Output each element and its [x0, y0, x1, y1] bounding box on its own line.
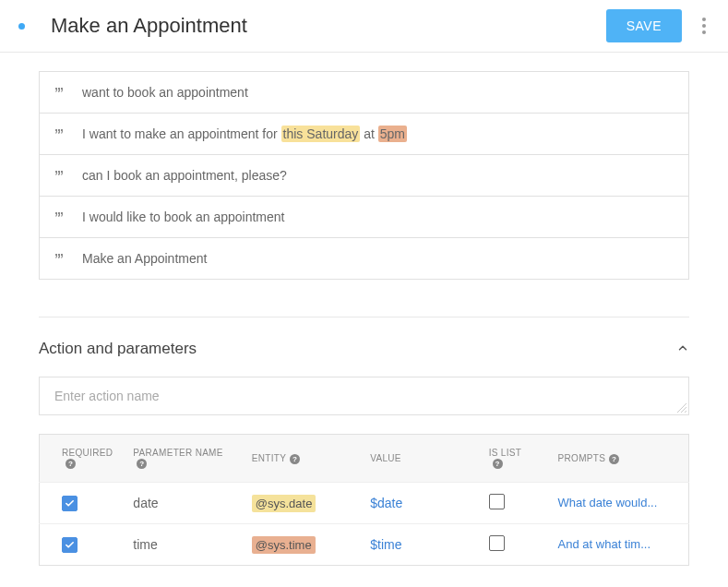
- action-name-field-wrap: [39, 377, 689, 415]
- parameter-row: date@sys.date$dateWhat date would...: [40, 483, 689, 524]
- help-icon[interactable]: ?: [493, 459, 503, 469]
- th-entity: ENTITY?: [245, 435, 363, 483]
- quote-icon: ””: [54, 168, 69, 183]
- phrase-text: Make an Appointment: [82, 251, 207, 266]
- training-phrase-row[interactable]: ””can I book an appointment, please?: [40, 155, 688, 197]
- training-phrase-row[interactable]: ””I would like to book an appointment: [40, 197, 688, 238]
- save-button[interactable]: SAVE: [606, 9, 682, 42]
- th-parameter-name: PARAMETER NAME?: [125, 435, 244, 483]
- training-phrase-row[interactable]: ””want to book an appointment: [40, 72, 688, 114]
- is-list-checkbox[interactable]: [489, 494, 505, 509]
- quote-icon: ””: [54, 85, 69, 100]
- phrase-text: can I book an appointment, please?: [82, 168, 287, 183]
- training-phrases-list: ””want to book an appointment””I want to…: [39, 71, 689, 280]
- parameters-table: REQUIRED? PARAMETER NAME? ENTITY? VALUE …: [39, 434, 689, 566]
- quote-icon: ””: [54, 210, 69, 224]
- th-value: VALUE: [363, 435, 481, 483]
- th-prompts: PROMPTS?: [551, 435, 689, 483]
- entity-chip[interactable]: @sys.time: [252, 536, 316, 554]
- chevron-up-icon: [676, 341, 689, 354]
- parameter-name-cell[interactable]: time: [125, 524, 244, 566]
- training-phrase-row[interactable]: ””I want to make an appointment for this…: [40, 114, 688, 155]
- th-is-list: IS LIST?: [482, 435, 551, 483]
- required-checkbox[interactable]: [62, 537, 78, 553]
- parameter-name-cell[interactable]: date: [125, 483, 244, 524]
- is-list-checkbox[interactable]: [489, 535, 505, 551]
- action-name-input[interactable]: [54, 389, 674, 403]
- phrase-text: want to book an appointment: [82, 85, 248, 100]
- training-phrase-row[interactable]: ””Make an Appointment: [40, 238, 688, 279]
- kebab-menu-icon[interactable]: [698, 14, 710, 38]
- entity-highlight[interactable]: this Saturday: [281, 126, 361, 142]
- section-divider: [39, 317, 689, 317]
- required-checkbox[interactable]: [62, 496, 78, 511]
- entity-highlight[interactable]: 5pm: [378, 126, 407, 142]
- th-required: REQUIRED?: [40, 435, 126, 483]
- quote-icon: ””: [54, 251, 69, 266]
- section-title: Action and parameters: [39, 340, 197, 358]
- status-dot: [18, 23, 25, 30]
- phrase-text: I would like to book an appointment: [82, 210, 284, 224]
- prompt-link[interactable]: And at what tim...: [558, 537, 678, 553]
- value-link[interactable]: $time: [370, 537, 401, 552]
- collapse-toggle[interactable]: [676, 341, 689, 357]
- value-link[interactable]: $date: [370, 496, 402, 510]
- page-title: Make an Appointment: [51, 14, 606, 38]
- resize-handle-icon[interactable]: [677, 403, 686, 413]
- help-icon[interactable]: ?: [137, 459, 147, 469]
- help-icon[interactable]: ?: [66, 459, 76, 469]
- parameter-row: time@sys.time$timeAnd at what tim...: [40, 524, 689, 566]
- quote-icon: ””: [54, 126, 69, 141]
- help-icon[interactable]: ?: [609, 454, 619, 464]
- help-icon[interactable]: ?: [290, 454, 300, 464]
- prompt-link[interactable]: What date would...: [558, 496, 678, 511]
- entity-chip[interactable]: @sys.date: [252, 495, 316, 512]
- phrase-text: I want to make an appointment for this S…: [82, 126, 407, 141]
